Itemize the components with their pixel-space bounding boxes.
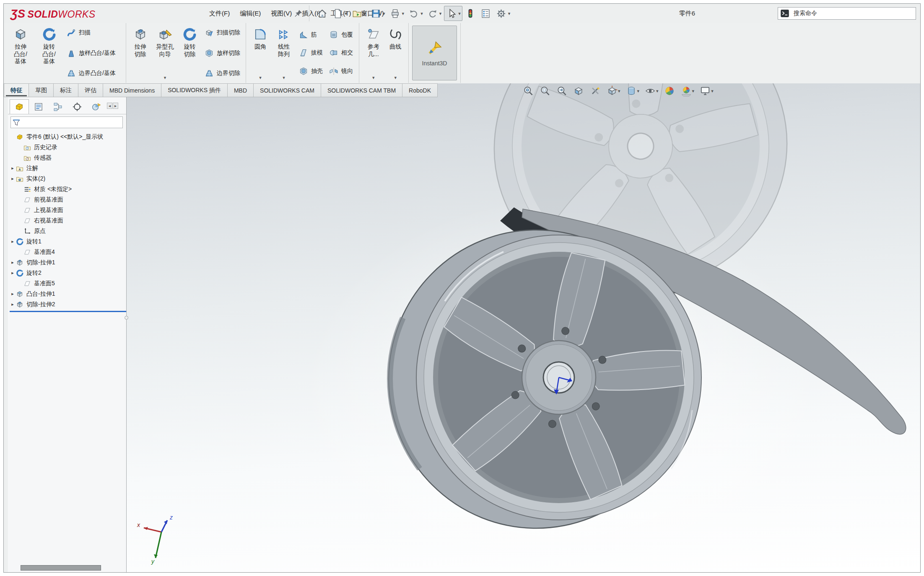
revolve-boss-button[interactable]: 旋转 凸台/ 基体 [35, 25, 63, 81]
view-orientation-button[interactable]: ▾ [605, 84, 622, 98]
fillet-button[interactable]: 圆角 ▾ [249, 25, 272, 81]
tree-root-part[interactable]: 零件6 (默认) <<默认>_显示状 [10, 132, 126, 142]
tree-item-boss-extrude1[interactable]: ▸凸台-拉伸1 [10, 289, 126, 299]
hole-wizard-button[interactable]: 异型孔 向导 ▾ [152, 25, 178, 81]
tab-solidworks-cam[interactable]: SOLIDWORKS CAM [254, 83, 321, 97]
sweep-button[interactable]: 扫描 [64, 26, 118, 39]
open-button[interactable]: ▾ [350, 6, 368, 21]
featuremanager-tab[interactable] [10, 99, 29, 114]
tab-mbd[interactable]: MBD [228, 83, 254, 97]
dropdown-caret-icon[interactable]: ▾ [164, 75, 166, 80]
dropdown-caret-icon[interactable]: ▾ [420, 11, 423, 16]
menu-file[interactable]: 文件(F) [204, 4, 235, 23]
dropdown-caret-icon[interactable]: ▾ [656, 89, 659, 93]
dropdown-caret-icon[interactable]: ▾ [508, 11, 511, 16]
tab-mbd-dimensions[interactable]: MBD Dimensions [103, 83, 161, 97]
redo-button[interactable]: ▾ [426, 6, 444, 21]
wrap-button[interactable]: 包覆 [327, 26, 355, 44]
edit-appearance-button[interactable] [662, 84, 677, 98]
curves-button[interactable]: 曲线 ▾ [385, 25, 406, 81]
new-document-button[interactable]: ▾ [330, 6, 349, 21]
expand-arrow-icon[interactable]: ▸ [10, 260, 16, 265]
tree-horizontal-scrollbar[interactable] [21, 565, 101, 571]
expand-arrow-icon[interactable]: ▸ [10, 291, 16, 297]
tree-item-revolve2[interactable]: ▸旋转2 [10, 268, 126, 278]
configurationmanager-tab[interactable] [48, 99, 67, 114]
tree-item-annotations[interactable]: ▸注解 [10, 163, 126, 173]
tree-filter-input[interactable] [10, 116, 123, 128]
dropdown-caret-icon[interactable]: ▾ [383, 11, 385, 16]
dropdown-caret-icon[interactable]: ▾ [283, 75, 285, 80]
tab-features[interactable]: 特征 [4, 83, 29, 97]
expand-arrow-icon[interactable]: ▸ [10, 176, 16, 181]
expand-arrow-icon[interactable]: ▸ [10, 270, 16, 276]
tree-item-revolve1[interactable]: ▸旋转1 [10, 236, 126, 247]
instant3d-button[interactable]: Instant3D [412, 26, 457, 80]
dropdown-caret-icon[interactable]: ▾ [618, 89, 620, 93]
options-list-button[interactable] [478, 6, 493, 21]
expand-arrow-icon[interactable]: ▸ [10, 302, 16, 307]
rebuild-button[interactable] [463, 6, 478, 21]
tree-item-right-plane[interactable]: 右视基准面 [17, 215, 126, 226]
dropdown-caret-icon[interactable]: ▾ [711, 89, 714, 93]
dropdown-caret-icon[interactable]: ▾ [364, 11, 366, 16]
tree-item-front-plane[interactable]: 前视基准面 [17, 194, 126, 205]
zoom-fit-button[interactable] [521, 84, 535, 98]
dropdown-caret-icon[interactable]: ▾ [345, 11, 347, 16]
sweep-cut-button[interactable]: 扫描切除 [202, 26, 242, 39]
pin-menu-icon[interactable] [292, 7, 305, 20]
save-button[interactable]: ▾ [369, 6, 387, 21]
reference-geometry-button[interactable]: 参考 几... ▾ [362, 25, 385, 81]
tree-item-solid-bodies[interactable]: ▸实体(2) [10, 173, 126, 184]
dropdown-caret-icon[interactable]: ▾ [692, 89, 695, 93]
extrude-cut-button[interactable]: 拉伸 切除 [129, 25, 152, 81]
dynamic-annotation-views-button[interactable] [588, 84, 602, 98]
draft-button[interactable]: 拔模 [296, 44, 325, 62]
view-settings-button[interactable]: ▾ [698, 84, 715, 98]
previous-view-button[interactable] [555, 84, 569, 98]
dropdown-caret-icon[interactable]: ▾ [394, 75, 397, 80]
intersect-button[interactable]: 相交 [327, 44, 355, 62]
select-tool-button[interactable]: ▾ [444, 6, 462, 21]
tab-markups[interactable]: 标注 [54, 83, 78, 97]
tab-solidworks-cam-tbm[interactable]: SOLIDWORKS CAM TBM [321, 83, 402, 97]
undo-button[interactable]: ▾ [407, 6, 425, 21]
dropdown-caret-icon[interactable]: ▾ [637, 89, 640, 93]
rollback-bar[interactable] [10, 311, 126, 312]
tree-item-cut-extrude1[interactable]: ▸切除-拉伸1 [10, 257, 126, 268]
loft-cut-button[interactable]: 放样切除 [202, 47, 242, 59]
loft-boss-button[interactable]: 放样凸台/基体 [64, 47, 118, 59]
graphics-viewport[interactable]: ▾ ▾ ▾ ▾ ▾ x z y [126, 83, 920, 572]
boundary-boss-button[interactable]: 边界凸台/基体 [64, 67, 118, 80]
zoom-area-button[interactable] [538, 84, 552, 98]
displaymanager-tab[interactable] [87, 99, 106, 114]
tree-item-plane5[interactable]: 基准面5 [17, 278, 126, 289]
tree-item-sensors[interactable]: 传感器 [17, 152, 126, 163]
extrude-boss-button[interactable]: 拉伸 凸台/ 基体 [6, 25, 35, 81]
tree-item-material[interactable]: 材质 <未指定> [17, 184, 126, 194]
tab-scroll-right-icon[interactable]: ▸ [113, 103, 118, 109]
settings-button[interactable]: ▾ [494, 6, 512, 21]
tree-item-plane4[interactable]: 基准面4 [17, 247, 126, 257]
expand-arrow-icon[interactable]: ▸ [10, 165, 16, 171]
dropdown-caret-icon[interactable]: ▾ [259, 75, 262, 80]
section-view-button[interactable] [571, 84, 586, 98]
tab-robodk[interactable]: RoboDK [402, 83, 438, 97]
rib-button[interactable]: 筋 [296, 26, 325, 44]
panel-splitter-handle[interactable] [125, 316, 128, 320]
propertymanager-tab[interactable] [29, 99, 48, 114]
tab-solidworks-addins[interactable]: SOLIDWORKS 插件 [161, 83, 228, 97]
display-style-button[interactable]: ▾ [624, 84, 641, 98]
expand-arrow-icon[interactable]: ▸ [10, 239, 16, 244]
tree-item-history[interactable]: 历史记录 [17, 142, 126, 152]
print-button[interactable]: ▾ [388, 6, 406, 21]
dropdown-caret-icon[interactable]: ▾ [458, 11, 461, 16]
tab-scroll-left-icon[interactable]: ◂ [107, 103, 112, 109]
linear-pattern-button[interactable]: 线性 阵列 ▾ [272, 25, 296, 81]
shell-button[interactable]: 抽壳 [296, 62, 325, 80]
dimxpertmanager-tab[interactable] [67, 99, 87, 114]
tree-item-top-plane[interactable]: 上视基准面 [17, 205, 126, 215]
tab-sketch[interactable]: 草图 [29, 83, 54, 97]
dropdown-caret-icon[interactable]: ▾ [372, 75, 375, 80]
hide-show-items-button[interactable]: ▾ [643, 84, 660, 98]
